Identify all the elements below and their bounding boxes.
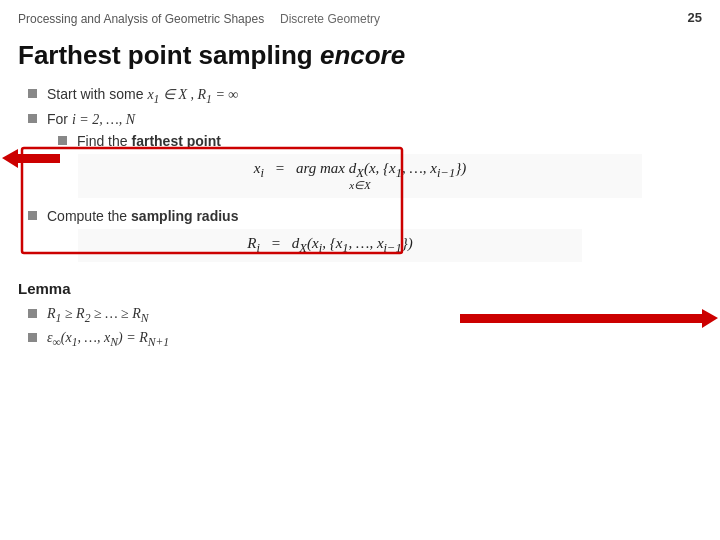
bullet-for: For i = 2, …, N — [28, 111, 702, 128]
formula-radius: Ri = dX(xi, {x1, …, xi−1}) — [78, 229, 582, 262]
slide-title: Farthest point sampling encore — [0, 32, 720, 81]
bullet4-prefix: Compute the — [47, 208, 131, 224]
lemma-formula-2: ε∞(x1, …, xN) = RN+1 — [47, 330, 169, 349]
lemma-bullet-1 — [28, 309, 37, 318]
formula1-subscript: x∈X — [88, 179, 632, 192]
bullet-icon-1 — [28, 89, 37, 98]
formula1-lhs: xi — [254, 160, 264, 176]
course-label: Processing and Analysis of Geometric Sha… — [18, 12, 264, 26]
title-text: Farthest point sampling — [18, 40, 320, 70]
lemma-title: Lemma — [0, 272, 720, 301]
bullet-icon-3 — [58, 136, 67, 145]
bullet-icon-4 — [28, 211, 37, 220]
header-left: Processing and Analysis of Geometric Sha… — [18, 10, 380, 26]
lemma-formula-1: R1 ≥ R2 ≥ … ≥ RN — [47, 306, 149, 325]
bullet2-math: i = 2, …, N — [72, 112, 135, 127]
bullet-find: Find the farthest point — [58, 133, 702, 149]
content-area: Start with some x1 ∈ X , R1 = ∞ For i = … — [0, 86, 720, 262]
bullet4-bold: sampling radius — [131, 208, 238, 224]
formula2-eq: = — [272, 235, 280, 251]
formula2-rhs: dX(xi, {x1, …, xi−1}) — [292, 235, 413, 251]
bullet3-bold: farthest point — [131, 133, 220, 149]
bullet-text-2: For i = 2, …, N — [47, 111, 135, 128]
bullet-text-3: Find the farthest point — [77, 133, 221, 149]
bullet2-label: For — [47, 111, 72, 127]
page-number: 25 — [688, 10, 702, 25]
formula2-lhs: Ri — [247, 235, 260, 251]
formula-farthest: xi = arg max dX(x, {x1, …, xi−1}) x∈X — [78, 154, 642, 198]
title-italic: encore — [320, 40, 405, 70]
bullet-start: Start with some x1 ∈ X , R1 = ∞ — [28, 86, 702, 106]
lemma-bullet-2 — [28, 333, 37, 342]
topic-label: Discrete Geometry — [280, 12, 380, 26]
lemma-item-1: R1 ≥ R2 ≥ … ≥ RN — [28, 306, 702, 325]
bullet-compute: Compute the sampling radius — [28, 208, 702, 224]
bullet1-math: x1 ∈ X , R1 = ∞ — [147, 87, 238, 102]
bullet-icon-2 — [28, 114, 37, 123]
bullet-text-1: Start with some x1 ∈ X , R1 = ∞ — [47, 86, 238, 106]
bullet-text-4: Compute the sampling radius — [47, 208, 238, 224]
annotations-svg — [0, 0, 720, 540]
header: Processing and Analysis of Geometric Sha… — [0, 0, 720, 32]
lemma-content: R1 ≥ R2 ≥ … ≥ RN ε∞(x1, …, xN) = RN+1 — [0, 306, 720, 349]
formula1-rhs: arg max dX(x, {x1, …, xi−1}) — [296, 160, 466, 176]
bullet1-label: Start with some — [47, 86, 147, 102]
lemma-item-2: ε∞(x1, …, xN) = RN+1 — [28, 330, 702, 349]
formula1-eq: = — [276, 160, 284, 176]
bullet3-prefix: Find the — [77, 133, 131, 149]
